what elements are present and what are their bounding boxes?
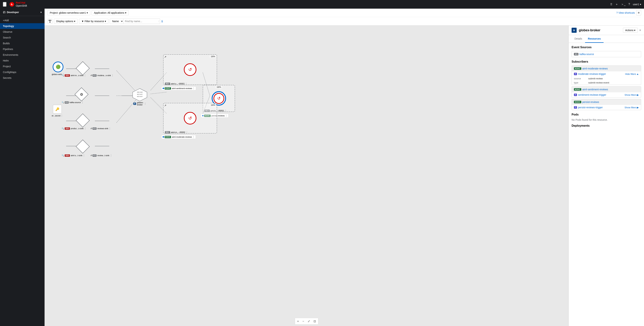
sidebar-item-environments[interactable]: Environments [0,52,44,58]
list-view-toggle[interactable]: ≡ [636,10,641,16]
menu-kafka-icon[interactable]: ⋮ [82,101,84,104]
trigger-link-1[interactable]: moderate-reviews-trigger [578,73,606,75]
subscriber-detail-source: source submit-review [572,76,641,81]
sidebar-item-search[interactable]: Search [0,35,44,41]
zoom-in-button[interactable]: + [296,319,300,324]
sidebar-item-pipelines[interactable]: Pipelines [0,46,44,52]
external-link-icon-1[interactable]: ↗ [164,55,166,58]
tab-resources[interactable]: Resources [585,35,604,43]
menu-review-t-icon[interactable]: ⋮ [110,154,112,157]
ksvc-aiml-sentiment-label[interactable]: KSVC aiml-sentiment-reviews ⋮ [161,86,196,90]
svg-text:IIOTI IIOT: IIOTI IIOT [137,96,143,97]
menu-aiml-s-icon[interactable]: ⋮ [83,154,85,157]
filter-by-resource-dropdown[interactable]: ▼ Filter by resource ▾ [79,19,108,24]
menu-ksvc-sentiment-icon[interactable]: ⋮ [192,87,195,90]
user-menu[interactable]: user1 ▾ [633,3,641,6]
label-modera: modera...s-sink [98,74,111,76]
menu-broker-icon[interactable]: ⋮ [144,102,146,105]
label-aiml-m-00002: REV aiml-m...−00002 ⋮ [165,131,188,133]
topology-view-icon[interactable] [48,19,52,24]
perspective-label: ⟨/⟩ Developer [3,11,19,14]
sub-link-2[interactable]: aiml-sentiment-reviews [582,88,608,91]
zoom-out-button[interactable]: − [301,319,306,324]
menu-aiml-m-00002-icon[interactable]: ⋮ [186,131,188,133]
canvas-panel: 🟢 globex-web ⋮ 🔑 er...secret ⋮ [44,26,644,326]
sidebar-item-secrets[interactable]: Secrets [0,75,44,81]
zoom-icon-aiml-m[interactable]: 🔍 [62,74,64,77]
hamburger-icon[interactable]: ☰ [3,2,6,7]
sub-link-1[interactable]: aiml-moderate-reviews [582,67,608,70]
node-review-t-sink[interactable]: ↺ KS review...t-sink ⋮ [90,154,112,157]
application-dropdown[interactable]: Application: All applications ▾ [92,10,129,15]
node-modera-sink[interactable]: ↺ KS modera...s-sink ⋮ [90,74,114,77]
node-aiml-m-00002[interactable]: ↺ [184,112,196,124]
menu-aiml-s-00002-icon[interactable]: ⋮ [185,82,187,85]
menu-persis-icon[interactable]: ⋮ [224,109,227,112]
node-diamond-3[interactable] [78,115,88,125]
menu-aiml-m-icon[interactable]: ⋮ [84,74,86,77]
node-diamond-1[interactable] [78,63,88,73]
node-kafka-source-label[interactable]: 🔍 KS kafka-source ⋮ [62,101,84,104]
refresh-icon-reviews: ↺ [90,127,92,130]
show-filters-2[interactable]: Show filters ▶ [624,94,639,96]
zoom-icon-aiml-s[interactable]: 🔍 [62,154,64,157]
sub-link-3[interactable]: persist-reviews [582,101,599,103]
trigger-badge-2: T [574,94,577,96]
node-aiml-s-sink[interactable]: 🔍 SBS aiml-s...t-sink ⋮ [62,154,85,157]
search-input[interactable] [124,19,158,24]
node-aiml-s-00002[interactable]: ↺ [184,63,196,76]
menu-reviews-sink-icon[interactable]: ⋮ [109,127,111,130]
menu-produc-icon[interactable]: ⋮ [84,127,86,130]
node-globex-web[interactable]: 🟢 globex-web ⋮ [52,62,64,76]
ksvc-aiml-moderate-label[interactable]: KSVC aiml-moderate-reviews ⋮ [161,135,196,139]
menu-modera-icon[interactable]: ⋮ [112,74,114,77]
badge-sbs-3: SBS [65,154,70,157]
event-source-link[interactable]: KS kafka-source [572,51,641,57]
search-type-select[interactable]: Name [110,19,124,24]
zoom-icon-kafka[interactable]: 🔍 [62,101,64,104]
sidebar-item-configmaps[interactable]: ConfigMaps [0,69,44,75]
show-filters-3[interactable]: Show filters ▶ [624,106,639,109]
topology-canvas[interactable]: 🟢 globex-web ⋮ 🔑 er...secret ⋮ [44,26,568,326]
node-produc-sink[interactable]: 🔍 SBS produc...s-sink ⋮ [62,127,86,130]
zoom-icon-produc[interactable]: 🔍 [62,127,64,130]
terminal-icon[interactable]: ＞_ [621,3,626,6]
sidebar-item-topology[interactable]: Topology [0,23,44,29]
grid-icon[interactable]: ⠿ [610,3,612,6]
display-options-dropdown[interactable]: Display options ▾ [54,19,78,24]
trigger-3: T persist-reviews-trigger [574,106,603,109]
plus-icon[interactable]: ＋ [615,3,618,6]
menu-ksvc-moderate-icon[interactable]: ⋮ [192,136,194,138]
perspective-switcher[interactable]: ⟨/⟩ Developer ▾ [0,9,44,16]
label-aiml-m: aiml-m...s-sink [71,74,84,76]
info-button[interactable]: ℹ [162,20,162,23]
menu-persist-reviews-icon[interactable]: ⋮ [225,114,227,117]
hide-filters-1[interactable]: Hide filters ▲ [625,73,639,75]
sidebar-item-project[interactable]: Project [0,64,44,69]
badge-ks-kafka: KS [65,101,69,104]
sidebar-item-observe[interactable]: Observe [0,29,44,35]
help-icon[interactable]: ? [628,3,630,6]
sidebar-item-builds[interactable]: Builds [0,41,44,46]
view-shortcuts-link[interactable]: ? View shortcuts [616,11,635,14]
node-kafka-icon[interactable]: ⚙ [76,89,86,99]
project-dropdown[interactable]: Project: globex-serverless-user1 ▾ [48,10,90,15]
close-panel-button[interactable]: × [639,29,641,32]
node-broker-hex[interactable]: IOIO IOIO IIOTI IIOT IIOTI IIOT B globex… [132,88,148,103]
toolbar: Project: globex-serverless-user1 ▾ Appli… [44,9,644,26]
subscriber-header-inner-3: KSVC persist-reviews [574,101,639,103]
node-secret[interactable]: 🔑 er...secret ⋮ [52,105,63,117]
event-sources-section: Event Sources KS kafka-source [572,46,641,57]
node-menu-secret-icon[interactable]: ⋮ [61,114,63,117]
tab-details[interactable]: Details [572,35,585,43]
external-link-icon-2[interactable]: ↗ [164,104,166,107]
fit-button[interactable]: ⤢ [306,319,312,324]
trigger-link-3[interactable]: persist-reviews-trigger [578,106,603,109]
trigger-link-2[interactable]: sentiment-reviews-trigger [578,93,606,96]
node-diamond-4[interactable] [78,141,88,151]
sidebar-item-helm[interactable]: Helm [0,58,44,64]
node-reviews-sink[interactable]: ↺ KS reviews-sink ⋮ [90,127,111,130]
actions-button[interactable]: Actions ▾ [623,28,638,33]
sidebar-item-add[interactable]: +Add [0,18,44,23]
reset-button[interactable]: ⊡ [312,319,317,324]
